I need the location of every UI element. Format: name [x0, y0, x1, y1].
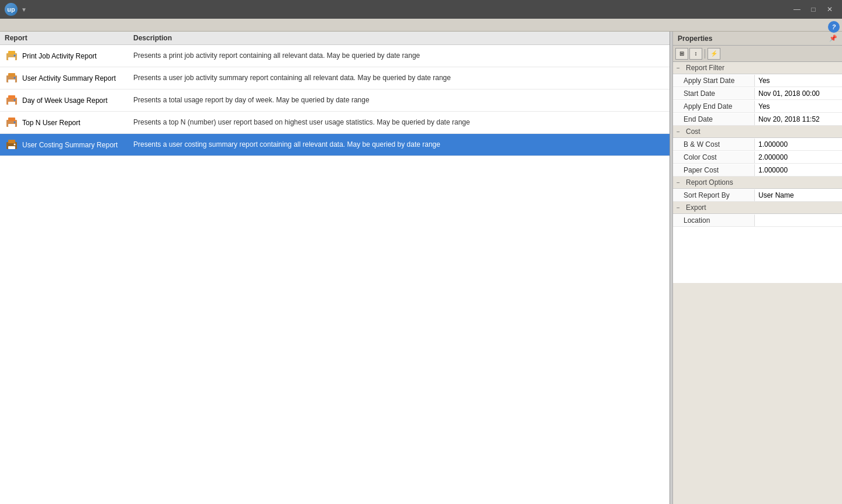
prop-value-location[interactable]	[755, 219, 842, 222]
title-bar-controls: — □ ✕	[789, 3, 837, 16]
report-name-text-user-activity: User Activity Summary Report	[22, 74, 116, 82]
prop-tool-grid-btn[interactable]: ⊞	[675, 48, 688, 60]
prop-value-paper-cost[interactable]: 1.000000	[755, 164, 842, 176]
prop-tool-lightning-btn[interactable]: ⚡	[708, 48, 720, 60]
report-icon-user-activity	[5, 71, 19, 85]
title-bar-dropdown-icon[interactable]: ▼	[21, 6, 27, 13]
prop-row-location: Location	[673, 214, 842, 227]
prop-row-apply-end-date: Apply End Date Yes	[673, 100, 842, 113]
report-name-text-top-n-user: Top N User Report	[22, 119, 80, 127]
report-desc-user-activity: Presents a user job activity summary rep…	[133, 73, 665, 83]
title-bar: up ▼ — □ ✕	[0, 0, 842, 19]
svg-rect-6	[8, 80, 15, 82]
prop-section-export[interactable]: − Export	[673, 202, 842, 214]
prop-value-apply-end-date[interactable]: Yes	[755, 101, 842, 112]
report-name-text-user-costing: User Costing Summary Report	[22, 141, 118, 149]
svg-rect-14	[8, 124, 15, 127]
report-icon-day-of-week	[5, 94, 19, 108]
report-desc-user-costing: Presents a user costing summary report c…	[133, 140, 665, 150]
report-list: Print Job Activity Report Presents a pri…	[0, 45, 670, 504]
svg-rect-9	[8, 95, 15, 99]
prop-row-end-date: End Date Nov 20, 2018 11:52	[673, 113, 842, 126]
prop-value-end-date[interactable]: Nov 20, 2018 11:52	[755, 113, 842, 125]
prop-row-paper-cost: Paper Cost 1.000000	[673, 164, 842, 177]
prop-tool-sort-btn[interactable]: ↕	[689, 48, 702, 60]
report-item-user-activity[interactable]: User Activity Summary Report Presents a …	[0, 67, 670, 89]
prop-section-cost-collapse-icon: −	[677, 129, 684, 135]
report-item-user-costing[interactable]: User Costing Summary Report Presents a u…	[0, 134, 670, 156]
prop-row-apply-start-date: Apply Start Date Yes	[673, 74, 842, 87]
prop-section-cost-title: Cost	[686, 127, 700, 136]
prop-row-color-cost: Color Cost 2.000000	[673, 151, 842, 164]
left-panel: Report Description Print Job Activity Re…	[0, 32, 670, 504]
header-description: Description	[133, 34, 665, 42]
prop-value-sort-report-by[interactable]: User Name	[755, 189, 842, 201]
properties-content: − Report Filter Apply Start Date Yes Sta…	[673, 62, 842, 283]
prop-value-color-cost[interactable]: 2.000000	[755, 151, 842, 163]
app-logo: up	[5, 3, 18, 16]
svg-point-7	[14, 77, 16, 78]
svg-point-3	[14, 54, 16, 56]
report-name-text-print-job: Print Job Activity Report	[22, 52, 96, 60]
prop-section-export-collapse-icon: −	[677, 205, 684, 211]
report-item-top-n-user[interactable]: Top N User Report Presents a top N (numb…	[0, 112, 670, 134]
menu-bar	[0, 19, 842, 32]
prop-toolbar-divider	[705, 49, 705, 58]
report-icon-print-job	[5, 49, 19, 63]
right-panel: Properties 📌 ⊞ ↕ ⚡ − Report Filter Apply…	[672, 32, 842, 504]
svg-rect-13	[8, 118, 15, 121]
properties-toolbar: ⊞ ↕ ⚡	[673, 46, 842, 62]
report-item-day-of-week[interactable]: Day of Week Usage Report Presents a tota…	[0, 89, 670, 112]
properties-title: Properties	[678, 34, 712, 43]
prop-label-location: Location	[673, 215, 755, 226]
prop-label-end-date: End Date	[673, 113, 755, 125]
close-button[interactable]: ✕	[822, 3, 837, 16]
prop-section-export-title: Export	[686, 203, 706, 212]
prop-label-sort-report-by: Sort Report By	[673, 189, 755, 201]
prop-label-apply-end-date: Apply End Date	[673, 101, 755, 112]
svg-rect-5	[8, 73, 15, 77]
prop-section-filter-title: Report Filter	[686, 64, 724, 72]
prop-label-start-date: Start Date	[673, 88, 755, 99]
svg-rect-17	[8, 140, 15, 143]
report-name-user-costing: User Costing Summary Report	[5, 138, 133, 152]
properties-bottom-spacer	[673, 283, 842, 504]
properties-header: Properties 📌	[673, 32, 842, 46]
main-layout: Report Description Print Job Activity Re…	[0, 32, 842, 504]
report-name-text-day-of-week: Day of Week Usage Report	[22, 96, 108, 105]
svg-point-15	[14, 121, 16, 123]
prop-section-options-title: Report Options	[686, 178, 733, 187]
properties-pin-icon[interactable]: 📌	[829, 34, 837, 42]
report-desc-print-job: Presents a print job activity report con…	[133, 51, 665, 61]
title-bar-left: up ▼	[5, 3, 27, 16]
report-name-day-of-week: Day of Week Usage Report	[5, 94, 133, 108]
prop-row-bw-cost: B & W Cost 1.000000	[673, 138, 842, 151]
help-button[interactable]: ?	[828, 21, 840, 33]
prop-section-report-options[interactable]: − Report Options	[673, 177, 842, 189]
prop-section-cost[interactable]: − Cost	[673, 126, 842, 138]
prop-label-paper-cost: Paper Cost	[673, 164, 755, 176]
prop-value-bw-cost[interactable]: 1.000000	[755, 139, 842, 150]
svg-rect-1	[8, 51, 15, 54]
svg-rect-10	[8, 102, 15, 105]
report-icon-user-costing	[5, 138, 19, 152]
prop-label-apply-start-date: Apply Start Date	[673, 75, 755, 87]
report-item-print-job-activity[interactable]: Print Job Activity Report Presents a pri…	[0, 45, 670, 67]
report-desc-top-n-user: Presents a top N (number) user report ba…	[133, 118, 665, 127]
header-report: Report	[5, 34, 133, 42]
prop-label-color-cost: Color Cost	[673, 151, 755, 163]
prop-value-start-date[interactable]: Nov 01, 2018 00:00	[755, 88, 842, 99]
report-name-top-n-user: Top N User Report	[5, 116, 133, 130]
report-name-user-activity: User Activity Summary Report	[5, 71, 133, 85]
prop-value-apply-start-date[interactable]: Yes	[755, 75, 842, 87]
svg-rect-2	[8, 57, 15, 60]
prop-row-start-date: Start Date Nov 01, 2018 00:00	[673, 87, 842, 100]
minimize-button[interactable]: —	[789, 3, 805, 16]
maximize-button[interactable]: □	[806, 3, 821, 16]
prop-section-options-collapse-icon: −	[677, 179, 684, 186]
report-list-header: Report Description	[0, 32, 670, 45]
prop-section-collapse-icon: −	[677, 65, 684, 71]
svg-rect-18	[8, 146, 15, 149]
prop-row-sort-report-by: Sort Report By User Name	[673, 189, 842, 202]
prop-section-report-filter[interactable]: − Report Filter	[673, 62, 842, 74]
